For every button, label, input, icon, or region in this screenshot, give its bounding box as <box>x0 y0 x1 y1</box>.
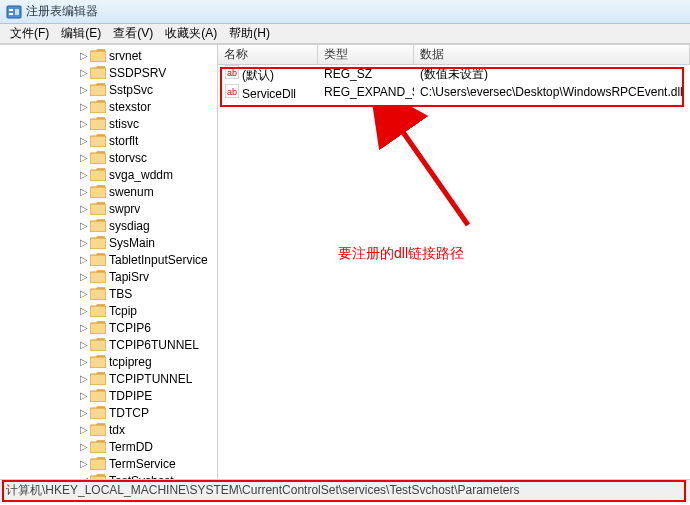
tree-node-ssdpsrv[interactable]: ▷SSDPSRV <box>0 64 217 81</box>
tree-node-tcpipreg[interactable]: ▷tcpipreg <box>0 353 217 370</box>
tree-expander-icon[interactable]: ▷ <box>78 407 90 418</box>
tree-node-tdx[interactable]: ▷tdx <box>0 421 217 438</box>
tree-expander-icon[interactable]: ▷ <box>78 152 90 163</box>
svg-rect-1 <box>9 9 13 11</box>
menu-help[interactable]: 帮助(H) <box>223 25 276 42</box>
tree-expander-icon[interactable]: ▷ <box>78 118 90 129</box>
tree-label[interactable]: TabletInputService <box>106 253 208 267</box>
tree-expander-icon[interactable]: ▷ <box>78 254 90 265</box>
tree-node-tapisrv[interactable]: ▷TapiSrv <box>0 268 217 285</box>
tree-expander-icon[interactable]: ▷ <box>78 390 90 401</box>
tree-label[interactable]: TermService <box>106 457 176 471</box>
folder-icon <box>90 151 106 165</box>
list-pane[interactable]: 名称 类型 数据 ab(默认)REG_SZ(数值未设置)abServiceDll… <box>218 45 690 479</box>
tree-expander-icon[interactable]: ▷ <box>78 322 90 333</box>
tree-label[interactable]: TapiSrv <box>106 270 149 284</box>
cell-name[interactable]: abServiceDll <box>218 83 318 101</box>
tree-expander-icon[interactable]: ▷ <box>78 424 90 435</box>
tree-label[interactable]: SSDPSRV <box>106 66 166 80</box>
tree-node-storflt[interactable]: ▷storflt <box>0 132 217 149</box>
tree-node-sysdiag[interactable]: ▷sysdiag <box>0 217 217 234</box>
tree-node-termdd[interactable]: ▷TermDD <box>0 438 217 455</box>
tree-node-stisvc[interactable]: ▷stisvc <box>0 115 217 132</box>
tree-node-sstpsvc[interactable]: ▷SstpSvc <box>0 81 217 98</box>
tree-label[interactable]: stexstor <box>106 100 151 114</box>
tree-expander-icon[interactable]: ▷ <box>78 305 90 316</box>
tree-label[interactable]: SysMain <box>106 236 155 250</box>
tree-expander-icon[interactable]: ▷ <box>78 237 90 248</box>
tree-label[interactable]: TDPIPE <box>106 389 152 403</box>
list-row[interactable]: abServiceDllREG_EXPAND_SZC:\Users\everse… <box>218 83 690 101</box>
tree-node-tcpiptunnel[interactable]: ▷TCPIPTUNNEL <box>0 370 217 387</box>
folder-icon <box>90 83 106 97</box>
tree-node-termservice[interactable]: ▷TermService <box>0 455 217 472</box>
tree-label[interactable]: svga_wddm <box>106 168 173 182</box>
svg-rect-19 <box>90 306 106 317</box>
tree-expander-icon[interactable]: ▷ <box>78 84 90 95</box>
tree-node-testsvchost[interactable]: ◢TestSvchost <box>0 472 217 479</box>
tree-node-tdtcp[interactable]: ▷TDTCP <box>0 404 217 421</box>
col-header-data[interactable]: 数据 <box>414 45 690 64</box>
tree-label[interactable]: swenum <box>106 185 154 199</box>
tree-expander-icon[interactable]: ▷ <box>78 169 90 180</box>
value-name: ServiceDll <box>242 87 296 101</box>
tree-label[interactable]: TDTCP <box>106 406 149 420</box>
svg-rect-29 <box>90 476 106 479</box>
tree-node-srvnet[interactable]: ▷srvnet <box>0 47 217 64</box>
tree-pane[interactable]: ▷srvnet▷SSDPSRV▷SstpSvc▷stexstor▷stisvc▷… <box>0 45 218 479</box>
tree-expander-icon[interactable]: ▷ <box>78 203 90 214</box>
tree-node-svga_wddm[interactable]: ▷svga_wddm <box>0 166 217 183</box>
tree-expander-icon[interactable]: ▷ <box>78 186 90 197</box>
cell-name[interactable]: ab(默认) <box>218 64 318 84</box>
tree-label[interactable]: TCPIP6TUNNEL <box>106 338 199 352</box>
tree-node-storvsc[interactable]: ▷storvsc <box>0 149 217 166</box>
tree-node-tcpip[interactable]: ▷Tcpip <box>0 302 217 319</box>
tree-label[interactable]: tdx <box>106 423 125 437</box>
tree-expander-icon[interactable]: ▷ <box>78 339 90 350</box>
tree-expander-icon[interactable]: ▷ <box>78 441 90 452</box>
tree-label[interactable]: TBS <box>106 287 132 301</box>
list-row[interactable]: ab(默认)REG_SZ(数值未设置) <box>218 65 690 83</box>
tree-label[interactable]: TCPIP6 <box>106 321 151 335</box>
col-header-type[interactable]: 类型 <box>318 45 414 64</box>
tree-label[interactable]: storflt <box>106 134 138 148</box>
tree-expander-icon[interactable]: ▷ <box>78 373 90 384</box>
tree-expander-icon[interactable]: ▷ <box>78 67 90 78</box>
tree-label[interactable]: swprv <box>106 202 140 216</box>
tree-node-swenum[interactable]: ▷swenum <box>0 183 217 200</box>
tree-expander-icon[interactable]: ▷ <box>78 271 90 282</box>
menu-edit[interactable]: 编辑(E) <box>55 25 107 42</box>
tree-expander-icon[interactable]: ▷ <box>78 135 90 146</box>
tree-label[interactable]: stisvc <box>106 117 139 131</box>
col-header-name[interactable]: 名称 <box>218 45 318 64</box>
tree-node-swprv[interactable]: ▷swprv <box>0 200 217 217</box>
tree-label[interactable]: Tcpip <box>106 304 137 318</box>
tree-expander-icon[interactable]: ▷ <box>78 50 90 61</box>
tree-expander-icon[interactable]: ▷ <box>78 356 90 367</box>
menu-favorites[interactable]: 收藏夹(A) <box>159 25 223 42</box>
tree-label[interactable]: storvsc <box>106 151 147 165</box>
folder-icon <box>90 202 106 216</box>
tree-label[interactable]: srvnet <box>106 49 142 63</box>
tree-node-stexstor[interactable]: ▷stexstor <box>0 98 217 115</box>
tree-label[interactable]: TestSvchost <box>106 474 174 480</box>
tree-expander-icon[interactable]: ▷ <box>78 288 90 299</box>
svg-rect-11 <box>90 170 106 181</box>
tree-node-tcpip6[interactable]: ▷TCPIP6 <box>0 319 217 336</box>
tree-expander-icon[interactable]: ▷ <box>78 220 90 231</box>
tree-label[interactable]: tcpipreg <box>106 355 152 369</box>
tree-label[interactable]: TCPIPTUNNEL <box>106 372 192 386</box>
menu-file[interactable]: 文件(F) <box>4 25 55 42</box>
tree-node-tdpipe[interactable]: ▷TDPIPE <box>0 387 217 404</box>
tree-label[interactable]: TermDD <box>106 440 153 454</box>
tree-expander-icon[interactable]: ▷ <box>78 101 90 112</box>
tree-label[interactable]: SstpSvc <box>106 83 153 97</box>
tree-label[interactable]: sysdiag <box>106 219 150 233</box>
tree-expander-icon[interactable]: ▷ <box>78 458 90 469</box>
menu-view[interactable]: 查看(V) <box>107 25 159 42</box>
tree-node-tabletinputservice[interactable]: ▷TabletInputService <box>0 251 217 268</box>
tree-node-sysmain[interactable]: ▷SysMain <box>0 234 217 251</box>
tree-node-tbs[interactable]: ▷TBS <box>0 285 217 302</box>
tree-node-tcpip6tunnel[interactable]: ▷TCPIP6TUNNEL <box>0 336 217 353</box>
tree-expander-open-icon[interactable]: ◢ <box>78 475 90 479</box>
